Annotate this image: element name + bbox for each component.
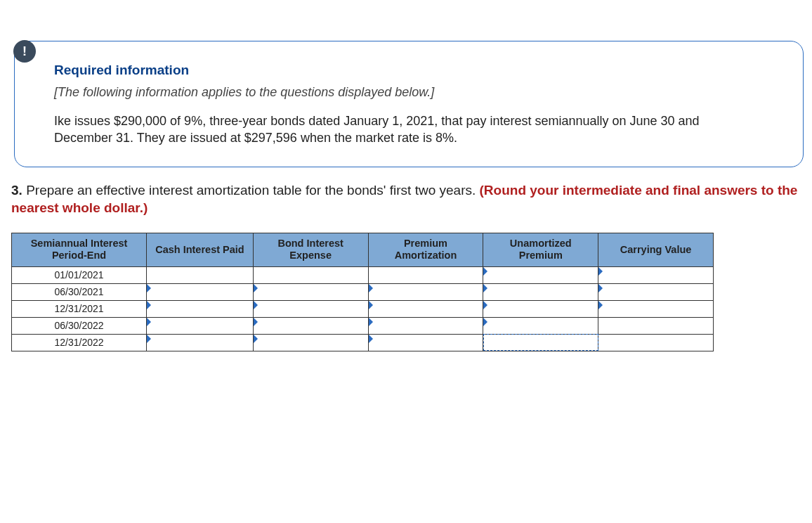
- cell-unamort[interactable]: [483, 283, 598, 300]
- period-date: 06/30/2022: [12, 317, 147, 334]
- period-date: 01/01/2021: [12, 266, 147, 283]
- cell-expense[interactable]: [253, 283, 368, 300]
- col-header-carry: Carrying Value: [598, 233, 714, 266]
- cell-amort: [368, 266, 483, 283]
- table-row: 01/01/2021: [12, 266, 714, 283]
- input-indicator-icon: [598, 267, 603, 276]
- input-indicator-icon: [254, 318, 258, 326]
- cell-expense[interactable]: [253, 317, 368, 334]
- cell-expense[interactable]: [253, 334, 368, 351]
- input-indicator-icon: [483, 267, 487, 276]
- problem-text: Ike issues $290,000 of 9%, three-year bo…: [54, 112, 757, 147]
- cell-amort[interactable]: [368, 300, 483, 317]
- input-indicator-icon: [483, 318, 487, 326]
- table-row: 12/31/2022: [12, 334, 714, 351]
- cell-expense: [253, 266, 368, 283]
- input-indicator-icon: [147, 301, 151, 309]
- question-text: Prepare an effective interest amortizati…: [22, 183, 480, 198]
- cell-cash[interactable]: [147, 283, 254, 300]
- input-indicator-icon: [147, 335, 151, 343]
- cell-carry[interactable]: [598, 334, 714, 351]
- cell-expense[interactable]: [253, 300, 368, 317]
- table-row: 06/30/2022: [12, 317, 714, 334]
- input-indicator-icon: [254, 301, 258, 309]
- input-indicator-icon: [147, 318, 151, 326]
- cell-cash[interactable]: [147, 317, 254, 334]
- cell-unamort[interactable]: [483, 266, 598, 283]
- cell-amort[interactable]: [368, 283, 483, 300]
- col-header-period: Semiannual Interest Period-End: [12, 233, 147, 266]
- cell-amort[interactable]: [368, 317, 483, 334]
- input-indicator-icon: [369, 284, 373, 292]
- input-indicator-icon: [254, 284, 258, 292]
- input-indicator-icon: [369, 318, 373, 326]
- table-row: 06/30/2021: [12, 283, 714, 300]
- required-info-title: Required information: [54, 63, 775, 78]
- col-header-expense: Bond Interest Expense: [253, 233, 368, 266]
- input-indicator-icon: [483, 301, 487, 309]
- required-info-box: ! Required information [The following in…: [14, 41, 804, 167]
- cell-unamort[interactable]: [483, 317, 598, 334]
- input-indicator-icon: [598, 301, 603, 309]
- cell-cash: [147, 266, 254, 283]
- cell-carry[interactable]: [598, 300, 714, 317]
- period-date: 12/31/2022: [12, 334, 147, 351]
- question-number: 3.: [11, 183, 22, 198]
- input-indicator-icon: [147, 284, 151, 292]
- cell-unamort[interactable]: [483, 300, 598, 317]
- cell-amort[interactable]: [368, 334, 483, 351]
- period-date: 06/30/2021: [12, 283, 147, 300]
- period-date: 12/31/2021: [12, 300, 147, 317]
- input-indicator-icon: [369, 335, 373, 343]
- cell-cash[interactable]: [147, 300, 254, 317]
- input-indicator-icon: [369, 301, 373, 309]
- amortization-table-wrap: Semiannual Interest Period-End Cash Inte…: [11, 233, 801, 351]
- input-indicator-icon: [254, 335, 258, 343]
- cell-carry[interactable]: [598, 266, 714, 283]
- amortization-table: Semiannual Interest Period-End Cash Inte…: [11, 233, 714, 351]
- col-header-cash: Cash Interest Paid: [147, 233, 254, 266]
- cell-carry[interactable]: [598, 283, 714, 300]
- cell-cash[interactable]: [147, 334, 254, 351]
- col-header-amort: Premium Amortization: [368, 233, 483, 266]
- col-header-unamort: Unamortized Premium: [483, 233, 598, 266]
- input-indicator-icon: [598, 284, 603, 292]
- alert-icon: !: [13, 40, 36, 63]
- cell-unamort-selected[interactable]: [483, 334, 598, 351]
- table-header-row: Semiannual Interest Period-End Cash Inte…: [12, 233, 714, 266]
- table-row: 12/31/2021: [12, 300, 714, 317]
- input-indicator-icon: [483, 284, 487, 292]
- intro-text: [The following information applies to th…: [54, 85, 775, 100]
- cell-carry[interactable]: [598, 317, 714, 334]
- question-3: 3. Prepare an effective interest amortiz…: [11, 181, 801, 217]
